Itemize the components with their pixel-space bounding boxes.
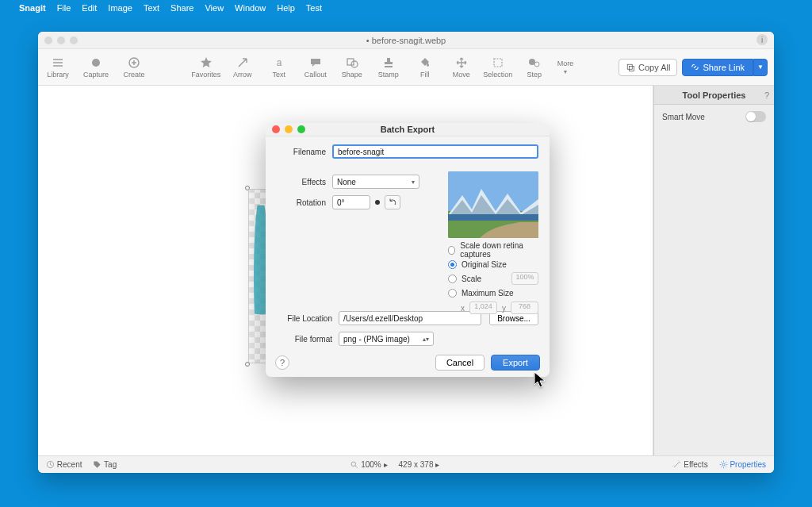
window-title: • before-snagit.webp [38, 36, 774, 45]
properties-help-icon[interactable]: ? [764, 90, 769, 100]
toolbar-right: Copy All Share Link ▼ [619, 59, 768, 76]
rotate-icon [388, 198, 397, 207]
effects-button[interactable]: Effects [672, 460, 707, 470]
dialog-footer: ? Cancel Export [266, 352, 550, 377]
menubar-item-window[interactable]: Window [235, 3, 266, 13]
move-tool[interactable]: Move [448, 56, 475, 79]
move-icon [455, 56, 468, 69]
toolbar-left: Library Capture Create [44, 56, 147, 79]
width-input[interactable]: 1,024 [469, 302, 497, 314]
callout-icon [309, 56, 322, 69]
toolbar-label: Library [47, 71, 69, 79]
svg-point-12 [722, 463, 724, 466]
cancel-button[interactable]: Cancel [435, 355, 485, 371]
menubar-item-test[interactable]: Test [306, 3, 322, 13]
plus-circle-icon [128, 56, 140, 69]
rotation-input[interactable] [332, 195, 370, 209]
filename-input[interactable] [332, 144, 538, 159]
scale-percent-input[interactable]: 100% [511, 272, 538, 285]
file-location-label: File Location [277, 314, 339, 323]
file-format-label: File format [277, 335, 339, 344]
menubar-item-help[interactable]: Help [277, 3, 295, 13]
svg-point-11 [351, 462, 356, 467]
recent-button[interactable]: Recent [46, 460, 82, 470]
svg-rect-5 [494, 59, 502, 67]
size-options: Scale down retina captures Original Size… [448, 243, 538, 314]
window-info-icon[interactable]: i [756, 34, 768, 45]
callout-tool[interactable]: Callout [302, 56, 329, 79]
dialog-body: Filename Effects None▾ Rotation [266, 136, 550, 352]
rotation-label: Rotation [277, 198, 332, 207]
properties-panel: Tool Properties ? Smart Move [653, 86, 774, 455]
smart-move-toggle[interactable] [745, 111, 766, 122]
dimensions-control[interactable]: 429 x 378 ▸ [399, 460, 440, 470]
export-button[interactable]: Export [491, 355, 540, 371]
dimension-inputs: x 1,024 y 768 [448, 302, 538, 314]
shape-icon [346, 56, 358, 69]
copy-icon [626, 63, 635, 72]
selection-handle[interactable] [245, 362, 250, 367]
tag-button[interactable]: Tag [93, 460, 117, 470]
svg-point-0 [92, 59, 100, 67]
height-input[interactable]: 768 [511, 302, 538, 314]
effects-label: Effects [277, 178, 332, 186]
svg-point-7 [534, 62, 539, 67]
effects-select[interactable]: None▾ [332, 175, 419, 189]
filename-label: Filename [277, 148, 332, 156]
selection-icon [492, 56, 504, 69]
record-icon [90, 56, 102, 69]
clock-icon [46, 460, 55, 469]
max-size-option[interactable]: Maximum Size [448, 286, 538, 300]
library-button[interactable]: Library [44, 56, 71, 79]
file-format-select[interactable]: png - (PNG image)▴▾ [339, 332, 434, 346]
svg-point-4 [351, 61, 358, 67]
create-button[interactable]: Create [121, 56, 147, 79]
radio-icon [448, 246, 455, 255]
properties-button[interactable]: Properties [719, 460, 766, 470]
rotation-dial-icon[interactable] [375, 200, 380, 205]
radio-icon [448, 289, 457, 298]
capture-button[interactable]: Capture [82, 56, 109, 79]
text-tool[interactable]: aText [266, 56, 293, 79]
selection-tool[interactable]: Selection [485, 56, 511, 79]
batch-export-dialog: Batch Export Filename Effects None▾ Rota… [266, 123, 550, 377]
tag-icon [93, 460, 102, 469]
scale-option[interactable]: Scale100% [448, 271, 538, 286]
fill-icon [419, 56, 431, 69]
wand-icon [672, 460, 681, 469]
menubar-item-share[interactable]: Share [170, 3, 193, 13]
copy-all-button[interactable]: Copy All [619, 59, 677, 76]
menubar-item-text[interactable]: Text [144, 3, 159, 13]
fill-tool[interactable]: Fill [412, 56, 439, 79]
arrow-tool[interactable]: Arrow [229, 56, 256, 79]
hamburger-icon [52, 56, 64, 69]
scale-down-option[interactable]: Scale down retina captures [448, 243, 538, 257]
svg-rect-8 [627, 64, 632, 69]
more-tools[interactable]: More▼ [557, 56, 574, 79]
svg-rect-17 [448, 214, 538, 221]
smart-move-row: Smart Move [654, 105, 774, 129]
step-tool[interactable]: Step [521, 56, 548, 79]
toolbar: Library Capture Create Favorites Arrow a… [38, 49, 774, 86]
shape-tool[interactable]: Shape [339, 56, 366, 79]
radio-selected-icon [448, 260, 457, 269]
stamp-tool[interactable]: Stamp [375, 56, 402, 79]
menubar-item-edit[interactable]: Edit [82, 3, 97, 13]
share-link-button[interactable]: Share Link [682, 59, 753, 76]
favorites-tool[interactable]: Favorites [193, 56, 220, 79]
menubar-item-image[interactable]: Image [108, 3, 132, 13]
toolbar-label: Create [123, 71, 144, 79]
radio-icon [448, 275, 457, 283]
chevron-down-icon: ▾ [412, 179, 415, 186]
share-dropdown-button[interactable]: ▼ [753, 59, 768, 76]
zoom-control[interactable]: 100% ▸ [350, 460, 387, 470]
dialog-help-button[interactable]: ? [275, 355, 289, 370]
star-icon [200, 56, 213, 69]
rotation-reset-button[interactable] [385, 195, 400, 209]
menubar-item-view[interactable]: View [205, 3, 224, 13]
menubar-item-file[interactable]: File [57, 3, 71, 13]
menubar-app[interactable]: Snagit [19, 3, 46, 13]
gear-icon [719, 460, 728, 469]
original-size-option[interactable]: Original Size [448, 257, 538, 271]
dialog-title: Batch Export [266, 125, 550, 134]
